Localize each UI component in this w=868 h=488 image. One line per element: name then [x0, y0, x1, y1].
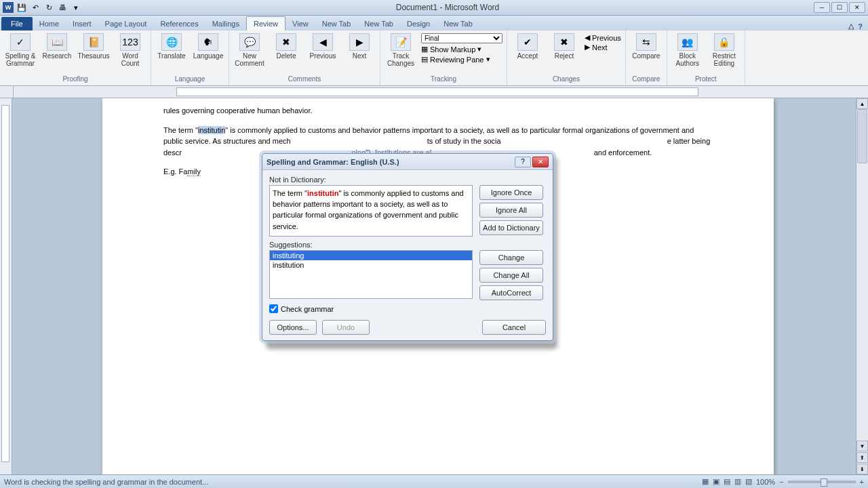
word-count-button[interactable]: 123Word Count	[114, 32, 146, 67]
research-button[interactable]: 📖Research	[41, 32, 73, 60]
ribbon: ✓Spelling & Grammar 📖Research 📔Thesaurus…	[0, 30, 868, 86]
research-icon: 📖	[47, 33, 67, 51]
delete-icon: ✖	[276, 33, 296, 51]
ribbon-tabs: File Home Insert Page Layout References …	[0, 16, 868, 30]
tab-page-layout[interactable]: Page Layout	[98, 17, 154, 30]
delete-comment-button[interactable]: ✖Delete	[270, 32, 302, 60]
group-label-compare: Compare	[630, 74, 663, 84]
statusbar: Word is checking the spelling and gramma…	[0, 474, 868, 488]
undo-icon[interactable]: ↶	[30, 2, 41, 13]
view-web-icon[interactable]: ▤	[724, 477, 730, 486]
prev-comment-button[interactable]: ◀Previous	[307, 32, 339, 60]
close-button[interactable]: ✕	[849, 2, 865, 13]
tab-new3[interactable]: New Tab	[437, 17, 479, 30]
undo-button[interactable]: Undo	[322, 320, 370, 335]
track-changes-button[interactable]: 📝Track Changes	[384, 32, 417, 67]
group-language: 🌐Translate 🗣Language Language	[151, 30, 229, 85]
misspelled-word[interactable]: institutin	[198, 126, 225, 134]
horizontal-ruler[interactable]	[176, 87, 698, 96]
ignore-all-button[interactable]: Ignore All	[479, 203, 543, 218]
group-label-changes: Changes	[511, 74, 621, 84]
tab-new1[interactable]: New Tab	[315, 17, 358, 30]
reject-button[interactable]: ✖Reject	[548, 32, 580, 60]
quick-access-toolbar: W 💾 ↶ ↻ 🖶 ▾	[3, 2, 81, 13]
save-icon[interactable]: 💾	[16, 2, 27, 13]
group-label-proofing: Proofing	[4, 74, 146, 84]
view-outline-icon[interactable]: ▥	[734, 477, 741, 486]
change-all-button[interactable]: Change All	[479, 268, 543, 283]
autocorrect-button[interactable]: AutoCorrect	[479, 285, 543, 300]
tab-view[interactable]: View	[285, 17, 315, 30]
print-icon[interactable]: 🖶	[57, 2, 68, 13]
scroll-up-button[interactable]: ▲	[856, 98, 868, 109]
word-icon: W	[3, 2, 14, 13]
view-full-screen-icon[interactable]: ▣	[713, 477, 719, 486]
zoom-slider[interactable]	[788, 481, 856, 483]
word-count-icon: 123	[120, 33, 140, 51]
scroll-track[interactable]	[856, 109, 868, 441]
view-print-layout-icon[interactable]: ▦	[702, 477, 709, 486]
spelling-grammar-button[interactable]: ✓Spelling & Grammar	[4, 32, 37, 67]
window-title: Document1 - Microsoft Word	[81, 3, 814, 12]
language-button[interactable]: 🗣Language	[192, 32, 224, 60]
thesaurus-button[interactable]: 📔Thesaurus	[77, 32, 110, 60]
tab-selector[interactable]	[0, 86, 14, 98]
block-authors-button[interactable]: 👥Block Authors	[671, 32, 704, 67]
options-button[interactable]: Options...	[269, 320, 317, 335]
accept-button[interactable]: ✔Accept	[511, 32, 544, 60]
minimize-ribbon-icon[interactable]: △	[848, 22, 854, 30]
change-button[interactable]: Change	[479, 250, 543, 265]
tab-references[interactable]: References	[153, 17, 205, 30]
group-label-tracking: Tracking	[384, 74, 502, 84]
group-comments: 💬New Comment ✖Delete ◀Previous ▶Next Com…	[229, 30, 380, 85]
tab-file[interactable]: File	[1, 17, 33, 30]
prev-page-button[interactable]: ⬆	[856, 452, 868, 463]
tab-home[interactable]: Home	[33, 17, 66, 30]
add-to-dictionary-button[interactable]: Add to Dictionary	[479, 220, 543, 235]
maximize-button[interactable]: ☐	[831, 2, 848, 13]
show-markup-button[interactable]: ▦Show Markup ▾	[421, 45, 502, 54]
reviewing-pane-button[interactable]: ▤Reviewing Pane ▾	[421, 55, 502, 64]
dialog-titlebar[interactable]: Spelling and Grammar: English (U.S.) ? ✕	[262, 154, 553, 170]
new-comment-button[interactable]: 💬New Comment	[233, 32, 266, 67]
suggestions-listbox[interactable]: instituting institution	[269, 250, 473, 299]
prev-icon: ◀	[313, 33, 333, 51]
minimize-button[interactable]: ─	[814, 2, 830, 13]
cancel-button[interactable]: Cancel	[482, 320, 546, 335]
zoom-out-button[interactable]: −	[779, 478, 783, 486]
dialog-close-button[interactable]: ✕	[532, 157, 549, 167]
doc-para1: rules governing cooperative human behavi…	[163, 105, 713, 117]
next-change-button[interactable]: ▶Next	[585, 43, 621, 52]
translate-button[interactable]: 🌐Translate	[155, 32, 188, 60]
compare-button[interactable]: ⇆Compare	[630, 32, 663, 60]
group-label-comments: Comments	[233, 74, 376, 84]
suggestion-item[interactable]: instituting	[270, 251, 472, 260]
display-for-review-select[interactable]: Final	[421, 33, 502, 43]
vertical-ruler[interactable]	[1, 105, 9, 462]
compare-icon: ⇆	[636, 33, 656, 51]
check-grammar-checkbox[interactable]	[269, 304, 278, 313]
tab-mailings[interactable]: Mailings	[205, 17, 246, 30]
vertical-scrollbar[interactable]: ▲ ▼ ⬆ ⬇	[856, 98, 868, 474]
view-draft-icon[interactable]: ▧	[745, 477, 752, 486]
suggestion-item[interactable]: institution	[270, 260, 472, 270]
dialog-help-button[interactable]: ?	[515, 157, 531, 167]
tab-review[interactable]: Review	[246, 16, 285, 30]
context-textbox[interactable]: The term "institutin" is commonly applie…	[269, 185, 473, 237]
qat-dropdown-icon[interactable]: ▾	[71, 2, 81, 13]
tab-new2[interactable]: New Tab	[357, 17, 400, 30]
zoom-in-button[interactable]: +	[860, 478, 864, 486]
next-page-button[interactable]: ⬇	[856, 464, 868, 474]
prev-change-button[interactable]: ◀Previous	[585, 33, 621, 42]
restrict-editing-button[interactable]: 🔒Restrict Editing	[708, 32, 741, 67]
zoom-level[interactable]: 100%	[756, 478, 775, 486]
next-comment-button[interactable]: ▶Next	[343, 32, 376, 60]
help-icon[interactable]: ?	[858, 22, 863, 30]
tab-insert[interactable]: Insert	[66, 17, 98, 30]
redo-icon[interactable]: ↻	[43, 2, 54, 13]
scroll-thumb[interactable]	[857, 109, 867, 163]
scroll-down-button[interactable]: ▼	[856, 441, 868, 451]
ignore-once-button[interactable]: Ignore Once	[479, 185, 543, 200]
tab-design[interactable]: Design	[400, 17, 437, 30]
block-authors-icon: 👥	[677, 33, 698, 51]
